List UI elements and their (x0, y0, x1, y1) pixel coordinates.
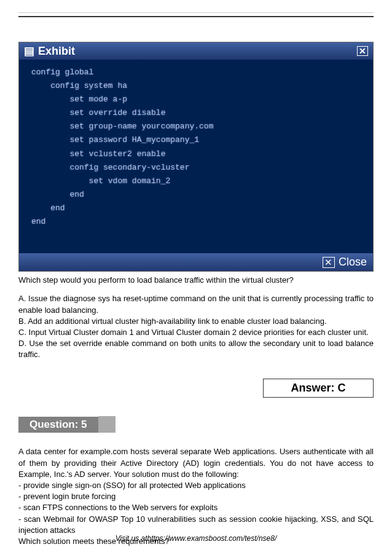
option-a: A. Issue the diagnose sys ha reset-uptim… (18, 293, 374, 315)
question-4-stem: Which step would you perform to load bal… (18, 275, 374, 286)
question-4-block: Which step would you perform to load bal… (18, 275, 374, 360)
q5-bullet-3: - scan FTPS connections to the Web serve… (18, 502, 374, 513)
question-5-body: A data center for example.com hosts seve… (18, 446, 374, 547)
exhibit-footer: ✕ Close (19, 253, 373, 271)
option-b: B. Add an additional virtual cluster hig… (18, 316, 374, 327)
top-rule (18, 12, 374, 13)
question-label-tail (98, 416, 116, 433)
page-footer: Visit us athttps://www.examsboost.com/te… (0, 534, 392, 543)
question-5-label: Question: 5 (18, 417, 98, 433)
exhibit-icon: ▤ (24, 44, 34, 58)
question-5-header: Question: 5 (18, 416, 374, 433)
close-button-icon[interactable]: ✕ (323, 257, 335, 268)
close-button-label[interactable]: Close (339, 256, 367, 269)
q5-paragraph-1: A data center for example.com hosts seve… (18, 446, 374, 480)
exhibit-code: config global config system ha set mode … (19, 60, 373, 253)
option-c: C. Input Virtual Cluster domain 1 and Vi… (18, 327, 374, 338)
option-d: D. Use the set override enable command o… (18, 338, 374, 360)
q5-bullet-2: - prevent login brute forcing (18, 491, 374, 502)
close-icon[interactable]: ✕ (357, 46, 368, 56)
answer-box: Answer: C (263, 379, 374, 398)
exhibit-titlebar: ▤ Exhibit ✕ (19, 42, 373, 60)
page-top-border (18, 16, 374, 17)
exhibit-window: ▤ Exhibit ✕ config global config system … (18, 42, 374, 272)
question-4-options: A. Issue the diagnose sys ha reset-uptim… (18, 293, 374, 360)
q5-bullet-1: - provide single sign-on (SSO) for all p… (18, 480, 374, 491)
exhibit-title: Exhibit (38, 45, 75, 58)
q5-bullet-4: - scan Webmail for OWASP Top 10 vulnerab… (18, 514, 374, 536)
